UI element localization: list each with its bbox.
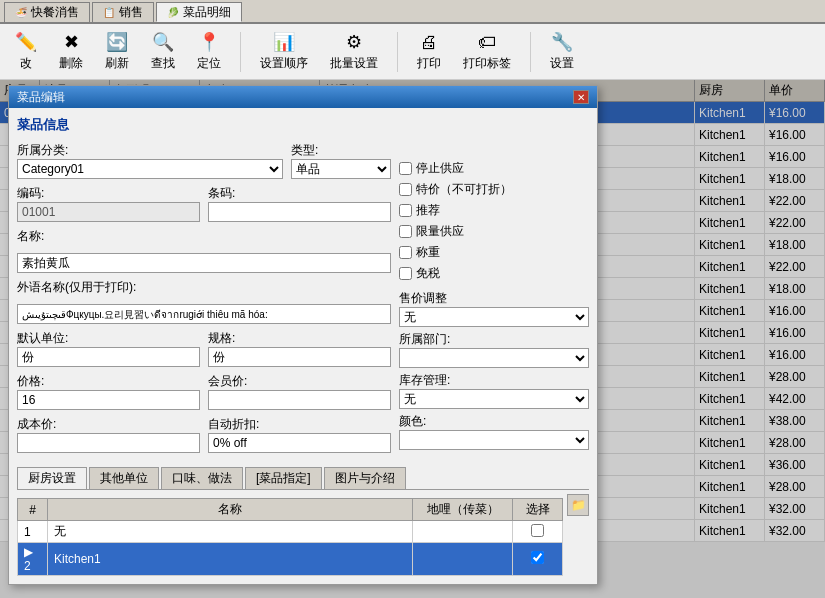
dialog-overlay: 菜品编辑 ✕ 菜品信息 所属分类: Category01 bbox=[0, 80, 825, 598]
delete-icon: ✖ bbox=[64, 31, 79, 53]
th-num: # bbox=[18, 499, 48, 521]
tab-menu-detail-label: 菜品明细 bbox=[183, 4, 231, 21]
print-label-button[interactable]: 🏷 打印标签 bbox=[456, 29, 518, 75]
weight-check-row: 称重 bbox=[399, 244, 589, 261]
folder-button[interactable]: 📁 bbox=[567, 494, 589, 516]
tab-kitchen-settings[interactable]: 厨房设置 bbox=[17, 467, 87, 489]
cost-input[interactable] bbox=[17, 433, 200, 453]
type-select[interactable]: 单品 bbox=[291, 159, 391, 179]
kitchen-row[interactable]: 1 无 bbox=[18, 521, 563, 543]
edit-button[interactable]: ✏️ 改 bbox=[8, 28, 44, 75]
stop-supply-label: 停止供应 bbox=[416, 160, 464, 177]
delete-button[interactable]: ✖ 删除 bbox=[52, 28, 90, 75]
weight-checkbox[interactable] bbox=[399, 246, 412, 259]
set-order-button[interactable]: 📊 设置顺序 bbox=[253, 28, 315, 75]
special-price-checkbox[interactable] bbox=[399, 183, 412, 196]
price-adjust-select[interactable]: 无 bbox=[399, 307, 589, 327]
sep2 bbox=[397, 32, 398, 72]
special-price-check-row: 特价（不可打折） bbox=[399, 181, 589, 198]
tab-quick-sale-label: 快餐消售 bbox=[31, 4, 79, 21]
print-label-label: 打印标签 bbox=[463, 55, 511, 72]
refresh-button[interactable]: 🔄 刷新 bbox=[98, 28, 136, 75]
limited-supply-checkbox[interactable] bbox=[399, 225, 412, 238]
price-label: 价格: bbox=[17, 373, 200, 390]
barcode-label: 条码: bbox=[208, 185, 391, 202]
code-input[interactable] bbox=[17, 202, 200, 222]
special-price-label: 特价（不可打折） bbox=[416, 181, 512, 198]
kitchen-select-checkbox[interactable] bbox=[531, 524, 544, 537]
tax-free-checkbox[interactable] bbox=[399, 267, 412, 280]
kitchen-delivery bbox=[413, 543, 513, 576]
price-adjust-label: 售价调整 bbox=[399, 290, 589, 307]
department-select[interactable] bbox=[399, 348, 589, 368]
dialog-body: 菜品信息 所属分类: Category01 bbox=[9, 108, 597, 584]
tax-free-label: 免税 bbox=[416, 265, 440, 282]
category-select[interactable]: Category01 bbox=[17, 159, 283, 179]
recommend-checkbox[interactable] bbox=[399, 204, 412, 217]
locate-label: 定位 bbox=[197, 55, 221, 72]
type-label: 类型: bbox=[291, 142, 391, 159]
section-title: 菜品信息 bbox=[17, 116, 589, 134]
sep3 bbox=[530, 32, 531, 72]
auto-discount-input[interactable] bbox=[208, 433, 391, 453]
foreign-name-label: 外语名称(仅用于打印): bbox=[17, 279, 136, 296]
foreign-name-input[interactable] bbox=[17, 304, 391, 324]
tab-other-units[interactable]: 其他单位 bbox=[89, 467, 159, 489]
find-button[interactable]: 🔍 查找 bbox=[144, 28, 182, 75]
spec-label: 规格: bbox=[208, 330, 391, 347]
kitchen-select-cell bbox=[513, 521, 563, 543]
kitchen-num: 1 bbox=[18, 521, 48, 543]
locate-button[interactable]: 📍 定位 bbox=[190, 28, 228, 75]
th-delivery: 地哩（传菜） bbox=[413, 499, 513, 521]
default-unit-input[interactable] bbox=[17, 347, 200, 367]
color-select[interactable] bbox=[399, 430, 589, 450]
menu-detail-icon: 🥬 bbox=[167, 7, 179, 18]
print-label-icon: 🏷 bbox=[478, 32, 496, 53]
tab-bar: 🍜 快餐消售 📋 销售 🥬 菜品明细 bbox=[0, 0, 825, 24]
kitchen-row[interactable]: ▶ 2 Kitchen1 bbox=[18, 543, 563, 576]
limited-supply-check-row: 限量供应 bbox=[399, 223, 589, 240]
kitchen-table: # 名称 地哩（传菜） 选择 1 无 bbox=[17, 498, 563, 576]
kitchen-select-cell bbox=[513, 543, 563, 576]
kitchen-table-header-row: # 名称 地哩（传菜） 选择 bbox=[18, 499, 563, 521]
default-unit-label: 默认单位: bbox=[17, 330, 200, 347]
tab-menu-assigned[interactable]: [菜品指定] bbox=[245, 467, 322, 489]
tab-quick-sale[interactable]: 🍜 快餐消售 bbox=[4, 2, 90, 22]
recommend-check-row: 推荐 bbox=[399, 202, 589, 219]
find-icon: 🔍 bbox=[152, 31, 174, 53]
tab-sale[interactable]: 📋 销售 bbox=[92, 2, 154, 22]
name-input[interactable] bbox=[17, 253, 391, 273]
kitchen-select-checkbox[interactable] bbox=[531, 551, 544, 564]
kitchen-name: 无 bbox=[48, 521, 413, 543]
dialog-close-button[interactable]: ✕ bbox=[573, 90, 589, 104]
weight-label: 称重 bbox=[416, 244, 440, 261]
inventory-select[interactable]: 无 bbox=[399, 389, 589, 409]
stop-supply-checkbox[interactable] bbox=[399, 162, 412, 175]
batch-set-button[interactable]: ⚙ 批量设置 bbox=[323, 28, 385, 75]
toolbar: ✏️ 改 ✖ 删除 🔄 刷新 🔍 查找 📍 定位 📊 设置顺序 ⚙ 批量设置 🖨… bbox=[0, 24, 825, 80]
main-content: 序号 编号 条形码 名称 外语名称 厨房 单价 0 01001 素拍黄瓜 قىچ… bbox=[0, 80, 825, 598]
kitchen-num: ▶ 2 bbox=[18, 543, 48, 576]
edit-label: 改 bbox=[20, 55, 32, 72]
quick-sale-icon: 🍜 bbox=[15, 7, 27, 18]
tax-free-check-row: 免税 bbox=[399, 265, 589, 282]
print-icon: 🖨 bbox=[420, 32, 438, 53]
price-input[interactable] bbox=[17, 390, 200, 410]
dialog-title-text: 菜品编辑 bbox=[17, 89, 65, 106]
row-arrow: ▶ bbox=[24, 545, 33, 559]
tab-menu-detail[interactable]: 🥬 菜品明细 bbox=[156, 2, 242, 22]
settings-button[interactable]: 🔧 设置 bbox=[543, 28, 581, 75]
member-price-input[interactable] bbox=[208, 390, 391, 410]
limited-supply-label: 限量供应 bbox=[416, 223, 464, 240]
tab-photo[interactable]: 图片与介绍 bbox=[324, 467, 406, 489]
print-button[interactable]: 🖨 打印 bbox=[410, 29, 448, 75]
sep1 bbox=[240, 32, 241, 72]
batch-set-icon: ⚙ bbox=[346, 31, 362, 53]
auto-discount-label: 自动折扣: bbox=[208, 416, 391, 433]
tab-taste[interactable]: 口味、做法 bbox=[161, 467, 243, 489]
spec-input[interactable] bbox=[208, 347, 391, 367]
dialog-titlebar: 菜品编辑 ✕ bbox=[9, 86, 597, 108]
set-order-icon: 📊 bbox=[273, 31, 295, 53]
bottom-tabs: 厨房设置 其他单位 口味、做法 [菜品指定] 图片与介绍 bbox=[17, 467, 589, 490]
barcode-input[interactable] bbox=[208, 202, 391, 222]
